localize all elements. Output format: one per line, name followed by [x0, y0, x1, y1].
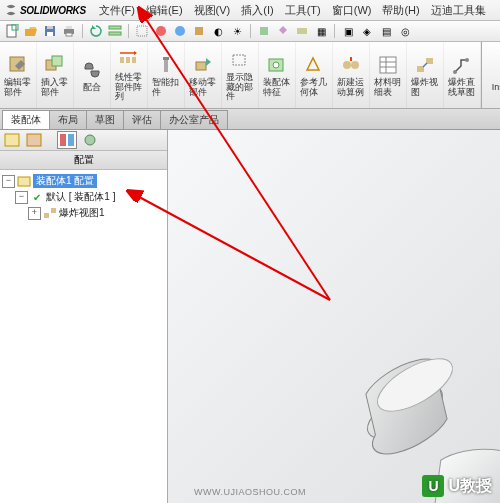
tree-default-config[interactable]: − ✔ 默认 [ 装配体1 ]	[2, 189, 165, 205]
mate-button[interactable]: 配合	[74, 42, 111, 108]
smart-fastener-button[interactable]: 智能扣件	[148, 42, 185, 108]
svg-rect-14	[260, 27, 268, 35]
linear-pattern-button[interactable]: 线性零部件阵列	[111, 42, 148, 108]
color-icon[interactable]	[172, 23, 188, 39]
tree-root-label: 装配体1 配置	[33, 174, 97, 188]
misc-icon-3[interactable]	[294, 23, 310, 39]
assembly-feature-icon	[265, 53, 289, 77]
tab-sketch[interactable]: 草图	[86, 110, 124, 129]
feature-icon[interactable]	[191, 23, 207, 39]
app-logo: SOLIDWORKS	[4, 3, 86, 17]
separator	[128, 24, 129, 38]
ribbon-label: 移动零部件	[189, 78, 217, 98]
misc-icon-1[interactable]	[256, 23, 272, 39]
svg-rect-4	[47, 26, 53, 29]
exploded-view-icon	[413, 53, 437, 77]
move-component-icon	[191, 53, 215, 77]
checkmark-icon: ✔	[30, 190, 44, 204]
menu-edit[interactable]: 编辑(E)	[141, 1, 188, 20]
dimxpert-manager-tab[interactable]	[81, 132, 99, 148]
misc-icon-7[interactable]: ▤	[378, 23, 394, 39]
edit-component-button[interactable]: 编辑零部件	[0, 42, 37, 108]
move-component-button[interactable]: 移动零部件	[185, 42, 222, 108]
quick-access-toolbar: ◐ ☀ ▦ ▣ ◈ ▤ ◎	[0, 21, 500, 42]
svg-rect-7	[66, 33, 72, 36]
instant3d-button[interactable]: Instant3D	[481, 42, 500, 108]
command-tab-row: 装配体 布局 草图 评估 办公室产品	[0, 109, 500, 130]
misc-icon-2[interactable]	[275, 23, 291, 39]
misc-icon-5[interactable]: ▣	[340, 23, 356, 39]
ribbon-label: 显示隐藏的部件	[226, 73, 254, 103]
exploded-line-button[interactable]: 爆炸直线草图	[444, 42, 481, 108]
svg-rect-10	[137, 26, 147, 36]
configuration-manager-tab[interactable]	[57, 131, 77, 149]
property-manager-tab[interactable]	[25, 132, 43, 148]
separator	[250, 24, 251, 38]
tree-exploded-view[interactable]: + 爆炸视图1	[2, 205, 165, 221]
svg-rect-24	[196, 62, 206, 70]
bom-button[interactable]: 材料明细表	[370, 42, 407, 108]
tree-root[interactable]: − 装配体1 配置	[2, 173, 165, 189]
assembly-config-icon	[17, 174, 31, 188]
svg-rect-15	[297, 28, 307, 34]
assembly-feature-button[interactable]: 装配体特征	[259, 42, 296, 108]
expand-icon[interactable]: +	[28, 207, 41, 220]
open-icon[interactable]	[23, 23, 39, 39]
ribbon-label: 线性零部件阵列	[115, 73, 143, 103]
ds-logo-icon	[4, 3, 18, 17]
insert-component-button[interactable]: 插入零部件	[37, 42, 74, 108]
menu-help[interactable]: 帮助(H)	[377, 1, 424, 20]
menu-tools[interactable]: 工具(T)	[280, 1, 326, 20]
toggle-icon[interactable]: ◐	[210, 23, 226, 39]
light-icon[interactable]: ☀	[229, 23, 245, 39]
ribbon-label: 智能扣件	[152, 78, 180, 98]
smart-fastener-icon	[154, 53, 178, 77]
collapse-icon[interactable]: −	[15, 191, 28, 204]
linear-pattern-icon	[117, 48, 141, 72]
misc-icon-4[interactable]: ▦	[313, 23, 329, 39]
rebuild-icon[interactable]	[88, 23, 104, 39]
misc-icon-6[interactable]: ◈	[359, 23, 375, 39]
feature-manager-tab[interactable]	[3, 132, 21, 148]
graphics-viewport[interactable]	[168, 130, 500, 503]
tab-office[interactable]: 办公室产品	[160, 110, 228, 129]
reference-geometry-button[interactable]: 参考几何体	[296, 42, 333, 108]
ribbon-label: 参考几何体	[300, 78, 328, 98]
ribbon-label: 编辑零部件	[4, 78, 32, 98]
tab-layout[interactable]: 布局	[49, 110, 87, 129]
exploded-view-button[interactable]: 爆炸视图	[407, 42, 444, 108]
save-icon[interactable]	[42, 23, 58, 39]
menu-file[interactable]: 文件(F)	[94, 1, 140, 20]
svg-point-38	[465, 58, 469, 62]
ribbon-label: 插入零部件	[41, 78, 69, 98]
svg-rect-22	[163, 57, 169, 60]
menu-view[interactable]: 视图(V)	[189, 1, 236, 20]
svg-point-29	[351, 61, 359, 69]
edit-component-icon	[6, 53, 30, 77]
svg-rect-6	[66, 26, 72, 29]
menu-insert[interactable]: 插入(I)	[236, 1, 278, 20]
tab-assembly[interactable]: 装配体	[2, 110, 50, 129]
appearance-icon[interactable]	[153, 23, 169, 39]
separator	[334, 24, 335, 38]
ribbon-label: 新建运动算例	[337, 78, 365, 98]
svg-rect-47	[44, 213, 49, 218]
svg-rect-44	[68, 134, 74, 146]
menu-maidi[interactable]: 迈迪工具集	[426, 1, 491, 20]
svg-rect-48	[51, 208, 56, 213]
ribbon-label: 配合	[83, 83, 101, 93]
print-icon[interactable]	[61, 23, 77, 39]
options-icon[interactable]	[107, 23, 123, 39]
manager-tabs	[0, 130, 167, 151]
collapse-icon[interactable]: −	[2, 175, 15, 188]
new-doc-icon[interactable]	[4, 23, 20, 39]
new-motion-button[interactable]: 新建运动算例	[333, 42, 370, 108]
show-hidden-button[interactable]: 显示隐藏的部件	[222, 42, 259, 108]
tab-evaluate[interactable]: 评估	[123, 110, 161, 129]
select-icon[interactable]	[134, 23, 150, 39]
svg-rect-19	[120, 57, 124, 63]
svg-rect-8	[109, 26, 121, 29]
misc-icon-8[interactable]: ◎	[397, 23, 413, 39]
tree-label: 默认 [ 装配体1 ]	[46, 190, 115, 204]
menu-window[interactable]: 窗口(W)	[327, 1, 377, 20]
